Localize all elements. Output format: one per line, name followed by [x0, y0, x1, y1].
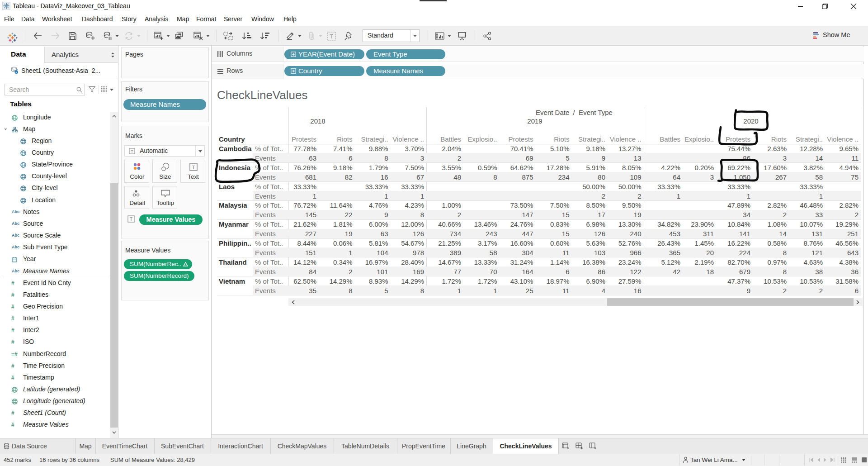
svg-text:T: T	[330, 33, 333, 40]
svg-text:T: T	[130, 217, 132, 222]
svg-text:T: T	[192, 165, 195, 170]
svg-text:T: T	[131, 149, 133, 154]
